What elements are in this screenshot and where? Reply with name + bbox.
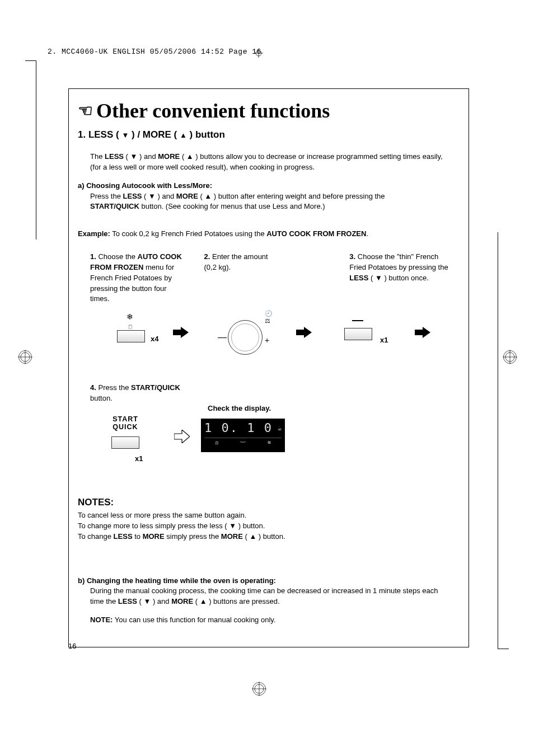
minus-icon: — (218, 332, 227, 342)
t: ) button. (256, 532, 285, 541)
check-display-label: Check the display. (208, 404, 271, 412)
t: ( (137, 597, 144, 605)
plus-icon: + (265, 336, 269, 345)
subsection-a-text: Press the LESS ( ▼ ) and MORE ( ▲ ) butt… (90, 191, 452, 213)
subsection-a-heading: a) Choosing Autocook with Less/More: (78, 181, 452, 191)
t: To cook 0,2 kg French Fried Potatoes usi… (110, 229, 266, 238)
cup-icon: ☕ (278, 424, 282, 432)
crop-mark-top (254, 49, 263, 58)
triangle-down-icon: ▼ (229, 522, 236, 530)
dial-graphic (228, 320, 263, 355)
notes-heading: NOTES: (78, 497, 452, 508)
t: The (90, 152, 105, 161)
t: ) and (137, 152, 158, 161)
section-1-heading: 1. LESS ( ▼ ) / MORE ( ▲ ) button (78, 129, 452, 140)
notes-line-2: To change more to less simply press the … (78, 521, 452, 532)
triangle-up-icon: ▲ (186, 152, 194, 161)
t: ) and (156, 192, 176, 200)
t: ) button after entering weight and befor… (212, 192, 385, 200)
t: LESS (123, 192, 142, 200)
button-graphic-less (344, 328, 372, 340)
t: button. (See cooking for menus that use … (139, 202, 325, 210)
t: 1. (90, 252, 96, 261)
wave-icon: 〰 (240, 439, 246, 448)
triangle-down-icon: ▼ (148, 192, 156, 200)
subsection-b-note: NOTE: You can use this function for manu… (90, 615, 452, 626)
t: ) / MORE ( (129, 129, 180, 140)
button-graphic-frozen (117, 330, 145, 342)
step-4-row: 4. Press the START/QUICK button. (78, 383, 452, 404)
crop-corner-tl (25, 60, 36, 240)
svg-marker-15 (173, 327, 189, 338)
start-quick-label: STARTQUICK (106, 415, 145, 431)
t: ) and (151, 597, 171, 605)
page-number: 16 (68, 642, 76, 650)
less-dash-icon (352, 320, 363, 321)
steam-icon: ≋ (268, 439, 271, 448)
arrow-right-icon (296, 327, 312, 340)
t: Choose the (98, 252, 137, 261)
t: ( (368, 274, 375, 282)
t: a) Choosing Autocook with Less/More: (78, 181, 212, 190)
triangle-down-icon: ▼ (143, 597, 151, 605)
t: AUTO COOK FROM FROZEN (266, 229, 366, 238)
press-count-x4: x4 (151, 335, 158, 343)
t: simply press the (165, 532, 221, 541)
steps-1-2-3: 1. Choose the AUTO COOK FROM FROZEN menu… (78, 252, 452, 304)
step-1: 1. Choose the AUTO COOK FROM FROZEN menu… (90, 252, 188, 304)
t: Press the (90, 192, 123, 200)
t: 3. (349, 252, 355, 261)
svg-marker-16 (296, 327, 312, 338)
t: ) button once. (382, 274, 429, 282)
arrow-right-icon (415, 327, 430, 340)
button-graphic-start (111, 436, 139, 449)
triangle-up-icon: ▲ (200, 597, 207, 605)
weight-icon: ⚖ (215, 439, 218, 448)
t: MORE (171, 597, 193, 605)
t: ( (124, 152, 130, 161)
t: ( (193, 597, 200, 605)
intro-paragraph: The LESS ( ▼ ) and MORE ( ▲ ) buttons al… (90, 152, 452, 173)
title-text: Other convenient functions (96, 100, 330, 122)
notes-line-3: To change LESS to MORE simply press the … (78, 532, 452, 542)
pointing-hand-icon: ☞ (78, 101, 93, 120)
registration-mark-left (18, 350, 32, 364)
t: ( (243, 532, 250, 541)
step-3: 3. Choose the "thin" French Fried Potato… (349, 252, 452, 304)
t: START/QUICK (90, 202, 139, 210)
t: START/QUICK (131, 383, 180, 392)
t: ( (180, 152, 186, 161)
t: 1. LESS ( (78, 129, 121, 140)
subsection-b-text: During the manual cooking process, the c… (90, 586, 452, 607)
t: 4. (90, 383, 96, 392)
graphics-row-1: ❄︎⎕ x4 — + 🕘⚖ x1 (78, 310, 452, 360)
display-digits: 1 0. 1 0☕ (204, 421, 282, 438)
t: MORE (158, 152, 180, 161)
step-2: 2. Enter the amount (0,2 kg). (204, 252, 276, 304)
press-count-x1: x1 (380, 336, 388, 344)
t: ) button (187, 129, 225, 140)
t: ( (198, 192, 205, 200)
t: LESS (118, 597, 137, 605)
t: ) button. (236, 522, 265, 530)
graphics-row-2: Check the display. STARTQUICK x1 1 0. 1 … (78, 407, 452, 475)
triangle-down-icon: ▼ (130, 152, 138, 161)
arrow-right-icon (173, 327, 189, 340)
t: LESS (114, 532, 133, 541)
t: MORE (221, 532, 243, 541)
t: Choose the "thin" French Fried Potatoes … (349, 252, 448, 271)
page-title: ☞Other convenient functions (78, 99, 452, 123)
t: To change (78, 532, 114, 541)
step-4: 4. Press the START/QUICK button. (90, 383, 191, 404)
t: To change more to less simply press the … (78, 522, 229, 530)
content-frame: ☞Other convenient functions 1. LESS ( ▼ … (68, 88, 469, 647)
triangle-down-icon: ▼ (375, 274, 382, 282)
t: LESS (349, 274, 368, 282)
clock-weight-icons: 🕘⚖ (265, 310, 273, 325)
triangle-up-icon: ▲ (249, 532, 256, 541)
svg-marker-18 (174, 430, 190, 443)
t: 2. (204, 252, 210, 261)
t: 1 0. 1 0 (204, 421, 273, 435)
t: ( (142, 192, 149, 200)
svg-marker-17 (415, 327, 430, 338)
